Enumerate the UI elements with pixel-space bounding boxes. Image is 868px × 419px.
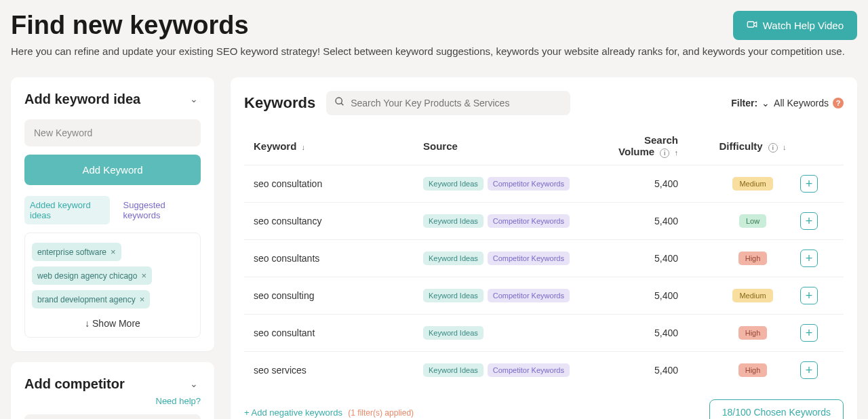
search-volume: 5,400 bbox=[613, 327, 705, 338]
show-more-button[interactable]: ↓ Show More bbox=[32, 311, 193, 330]
keyword-name: seo consulting bbox=[254, 290, 423, 301]
video-icon bbox=[747, 19, 757, 32]
table-row: seo consultantsKeyword IdeasCompetitor K… bbox=[244, 239, 844, 277]
table-row: seo consultingKeyword IdeasCompetitor Ke… bbox=[244, 277, 844, 314]
add-negative-keywords-link[interactable]: + Add negative keywords bbox=[244, 407, 342, 418]
column-source[interactable]: Source bbox=[423, 140, 613, 152]
negative-filter-count: (1 filter(s) applied) bbox=[348, 408, 414, 418]
column-volume[interactable]: Search Volume i ↑ bbox=[613, 134, 705, 158]
difficulty-cell: Low bbox=[705, 214, 800, 228]
badge-keyword-ideas: Keyword Ideas bbox=[423, 289, 484, 302]
filter-value: All Keywords bbox=[774, 98, 829, 108]
keyword-sources: Keyword IdeasCompetitor Keywords bbox=[423, 177, 613, 191]
tab-added-keyword-ideas[interactable]: Added keyword ideas bbox=[24, 196, 110, 224]
sort-desc-icon: ↓ bbox=[783, 143, 787, 151]
badge-keyword-ideas: Keyword Ideas bbox=[423, 214, 484, 228]
difficulty-cell: Medium bbox=[705, 289, 800, 302]
chevron-down-icon[interactable]: ⌄ bbox=[187, 91, 201, 107]
svg-line-2 bbox=[341, 103, 343, 105]
add-keyword-icon[interactable]: + bbox=[800, 250, 818, 267]
filter-label: Filter: bbox=[731, 98, 757, 108]
chevron-down-icon[interactable]: ⌄ bbox=[187, 376, 201, 392]
add-competitor-title: Add competitor bbox=[24, 376, 125, 392]
arrow-down-icon: ↓ bbox=[85, 318, 90, 329]
add-keyword-icon[interactable]: + bbox=[800, 212, 818, 230]
badge-competitor-keywords: Competitor Keywords bbox=[488, 252, 570, 265]
add-keyword-icon[interactable]: + bbox=[800, 324, 818, 342]
difficulty-badge: Medium bbox=[732, 289, 772, 302]
search-volume: 5,400 bbox=[613, 216, 705, 226]
remove-chip-icon[interactable]: × bbox=[140, 294, 145, 304]
competitor-url-input[interactable] bbox=[24, 414, 201, 419]
add-keyword-icon[interactable]: + bbox=[800, 175, 818, 193]
keyword-chips: enterprise software×web design agency ch… bbox=[24, 233, 201, 338]
help-icon[interactable]: ? bbox=[833, 98, 844, 108]
search-volume: 5,400 bbox=[613, 253, 705, 264]
new-keyword-input[interactable] bbox=[24, 119, 201, 146]
remove-chip-icon[interactable]: × bbox=[141, 271, 146, 281]
table-row: seo consultantKeyword Ideas5,400High+ bbox=[244, 314, 844, 351]
search-volume: 5,400 bbox=[613, 178, 705, 189]
keyword-chip: brand development agency× bbox=[32, 290, 150, 308]
add-keyword-title: Add keyword idea bbox=[24, 92, 140, 107]
difficulty-badge: Low bbox=[739, 214, 766, 228]
column-difficulty-label: Difficulty bbox=[719, 140, 762, 152]
keyword-name: seo consultancy bbox=[254, 216, 423, 226]
svg-point-1 bbox=[336, 98, 342, 104]
keyword-sources: Keyword IdeasCompetitor Keywords bbox=[423, 252, 613, 265]
table-row: seo consultancyKeyword IdeasCompetitor K… bbox=[244, 202, 844, 239]
show-more-label: Show More bbox=[92, 318, 140, 329]
sort-asc-icon: ↑ bbox=[675, 148, 679, 157]
search-volume: 5,400 bbox=[613, 290, 705, 301]
filter-dropdown[interactable]: Filter: ⌄ All Keywords ? bbox=[731, 98, 844, 108]
difficulty-badge: High bbox=[738, 363, 768, 377]
info-icon[interactable]: i bbox=[768, 143, 778, 153]
keyword-name: seo consultation bbox=[254, 178, 423, 189]
column-volume-label: Search Volume bbox=[618, 134, 678, 157]
table-row: seo servicesKeyword IdeasCompetitor Keyw… bbox=[244, 351, 844, 388]
badge-keyword-ideas: Keyword Ideas bbox=[423, 177, 484, 191]
tab-suggested-keywords[interactable]: Suggested keywords bbox=[118, 196, 201, 224]
badge-competitor-keywords: Competitor Keywords bbox=[488, 363, 570, 377]
keyword-chip: enterprise software× bbox=[32, 243, 121, 261]
difficulty-badge: Medium bbox=[732, 177, 772, 191]
sort-desc-icon: ↓ bbox=[302, 143, 306, 151]
svg-rect-0 bbox=[747, 22, 753, 27]
need-help-link[interactable]: Need help? bbox=[24, 396, 201, 406]
badge-keyword-ideas: Keyword Ideas bbox=[423, 326, 484, 340]
keyword-sources: Keyword IdeasCompetitor Keywords bbox=[423, 214, 613, 228]
chip-label: brand development agency bbox=[37, 295, 136, 304]
keyword-sources: Keyword IdeasCompetitor Keywords bbox=[423, 289, 613, 302]
add-keyword-icon[interactable]: + bbox=[800, 287, 818, 304]
chip-label: enterprise software bbox=[37, 247, 106, 257]
column-keyword[interactable]: Keyword ↓ bbox=[254, 140, 423, 152]
column-keyword-label: Keyword bbox=[254, 140, 296, 152]
page-description: Here you can refine and update your exis… bbox=[11, 45, 857, 57]
watch-help-video-label: Watch Help Video bbox=[763, 20, 844, 31]
difficulty-badge: High bbox=[738, 326, 768, 340]
chosen-keywords-button[interactable]: 18/100 Chosen Keywords bbox=[709, 399, 844, 419]
table-row: seo consultationKeyword IdeasCompetitor … bbox=[244, 165, 844, 202]
difficulty-badge: High bbox=[738, 252, 768, 265]
remove-chip-icon[interactable]: × bbox=[111, 247, 116, 257]
difficulty-cell: Medium bbox=[705, 177, 800, 191]
keyword-chip: web design agency chicago× bbox=[32, 266, 152, 285]
info-icon[interactable]: i bbox=[660, 148, 669, 158]
keyword-sources: Keyword Ideas bbox=[423, 326, 613, 340]
badge-keyword-ideas: Keyword Ideas bbox=[423, 252, 484, 265]
search-input[interactable] bbox=[326, 91, 570, 115]
column-difficulty[interactable]: Difficulty i ↓ bbox=[705, 140, 800, 153]
keyword-name: seo consultant bbox=[254, 327, 423, 338]
badge-competitor-keywords: Competitor Keywords bbox=[488, 214, 570, 228]
chevron-down-icon: ⌄ bbox=[762, 98, 770, 108]
search-icon bbox=[334, 96, 345, 110]
watch-help-video-button[interactable]: Watch Help Video bbox=[733, 11, 857, 40]
difficulty-cell: High bbox=[705, 252, 800, 265]
add-keyword-icon[interactable]: + bbox=[800, 361, 818, 379]
badge-competitor-keywords: Competitor Keywords bbox=[488, 177, 570, 191]
add-keyword-button[interactable]: Add Keyword bbox=[24, 155, 201, 185]
page-title: Find new keywords bbox=[11, 11, 249, 40]
keyword-sources: Keyword IdeasCompetitor Keywords bbox=[423, 363, 613, 377]
keywords-title: Keywords bbox=[244, 94, 315, 112]
keyword-name: seo consultants bbox=[254, 253, 423, 264]
